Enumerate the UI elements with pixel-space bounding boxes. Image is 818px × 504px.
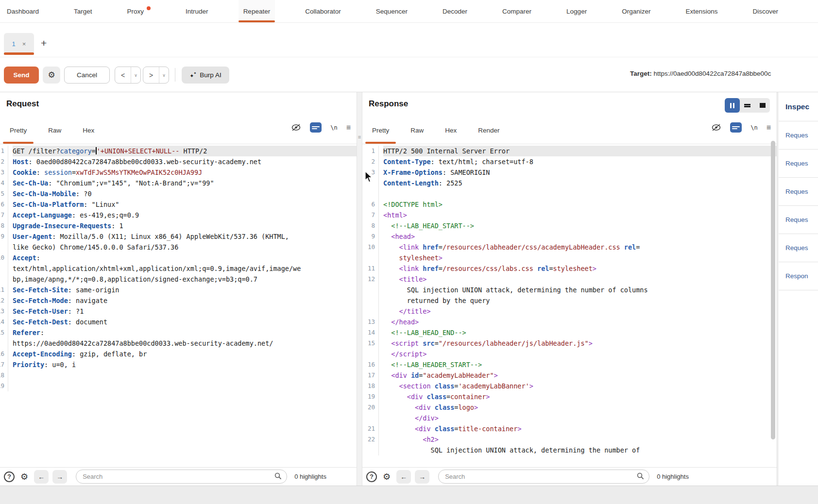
code-line[interactable]: 12 <title>: [362, 274, 777, 285]
code-line[interactable]: </div>: [362, 413, 777, 423]
inspector-section[interactable]: Reques: [779, 234, 818, 262]
request-search-input[interactable]: [76, 470, 287, 484]
code-line[interactable]: 5Sec-Ch-Ua-Mobile: ?0: [0, 188, 357, 199]
rows-layout-icon[interactable]: [740, 98, 755, 113]
tab-proxy[interactable]: Proxy: [127, 0, 151, 22]
forward-button[interactable]: >: [143, 67, 159, 83]
cancel-button[interactable]: Cancel: [64, 67, 110, 84]
request-editor[interactable]: 1GET /filter?category='+UNION+SELECT+NUL…: [0, 145, 357, 467]
inspector-section[interactable]: Reques: [779, 178, 818, 206]
soft-wrap-icon[interactable]: [730, 122, 742, 133]
repeater-session-tab[interactable]: 1 ×: [4, 33, 34, 55]
single-layout-icon[interactable]: [755, 98, 770, 113]
response-editor[interactable]: 1HTTP/2 500 Internal Server Error2Conten…: [362, 145, 777, 467]
code-line[interactable]: bp,image/apng,*/*;q=0.8,application/sign…: [0, 274, 357, 285]
code-line[interactable]: 20 <div class=logo>: [362, 402, 777, 413]
tab-collaborator[interactable]: Collaborator: [305, 0, 341, 22]
code-line[interactable]: [362, 188, 777, 199]
response-search-input[interactable]: [438, 470, 649, 484]
burp-ai-button[interactable]: ✦✦ Burp AI: [182, 67, 229, 84]
tab-comparer[interactable]: Comparer: [502, 0, 531, 22]
code-line[interactable]: 15Referer:: [0, 327, 357, 338]
code-line[interactable]: like Gecko) Chrome/145.0.0.0 Safari/537.…: [0, 242, 357, 252]
tab-target[interactable]: Target: [74, 0, 92, 22]
code-line[interactable]: 7Accept-Language: es-419,es;q=0.9: [0, 210, 357, 220]
code-line[interactable]: stylesheet>: [362, 252, 777, 263]
code-line[interactable]: 10 <link href=/resources/labheader/css/a…: [362, 242, 777, 252]
code-line[interactable]: 6<!DOCTYPE html>: [362, 199, 777, 210]
inspector-section[interactable]: Reques: [779, 206, 818, 234]
code-line[interactable]: </script>: [362, 349, 777, 359]
search-settings-gear-icon[interactable]: ⚙: [383, 471, 391, 482]
code-line[interactable]: 15 <script src="/resources/labheader/js/…: [362, 338, 777, 349]
close-tab-icon[interactable]: ×: [22, 40, 26, 48]
forward-dropdown-chevron-icon[interactable]: ∨: [159, 67, 169, 83]
view-tab-pretty[interactable]: Pretty: [369, 117, 392, 144]
view-tab-render[interactable]: Render: [475, 117, 502, 144]
code-line[interactable]: 13Sec-Fetch-User: ?1: [0, 306, 357, 317]
code-line[interactable]: 19: [0, 381, 357, 391]
next-match-button[interactable]: →: [52, 470, 67, 484]
code-line[interactable]: 16 <!--LAB_HEADER_START-->: [362, 359, 777, 370]
add-tab-button[interactable]: +: [41, 37, 47, 49]
next-match-button[interactable]: →: [415, 470, 429, 484]
code-line[interactable]: </title>: [362, 306, 777, 317]
back-button[interactable]: <: [115, 67, 131, 83]
show-newlines-icon[interactable]: \n: [750, 124, 757, 131]
send-button[interactable]: Send: [4, 67, 39, 84]
code-line[interactable]: 14Sec-Fetch-Dest: document: [0, 317, 357, 327]
tab-logger[interactable]: Logger: [566, 0, 587, 22]
response-scrollbar-thumb[interactable]: [771, 141, 775, 439]
code-line[interactable]: 22 <h2>: [362, 434, 777, 445]
code-line[interactable]: 7<html>: [362, 210, 777, 220]
send-settings-gear-icon[interactable]: ⚙: [43, 67, 60, 84]
code-line[interactable]: SQL injection UNION attack, determining …: [362, 445, 777, 455]
view-tab-raw[interactable]: Raw: [408, 117, 426, 144]
code-line[interactable]: https://0aed00d80422ca72847a8bbe00cd0033…: [0, 338, 357, 349]
editor-menu-icon[interactable]: ≡: [346, 123, 351, 132]
code-line[interactable]: 1HTTP/2 500 Internal Server Error: [362, 146, 777, 156]
code-line[interactable]: 16Accept-Encoding: gzip, deflate, br: [0, 349, 357, 359]
pause-layout-icon[interactable]: [725, 98, 740, 113]
hide-highlight-eye-slash-icon[interactable]: [291, 123, 301, 132]
previous-match-button[interactable]: ←: [34, 470, 49, 484]
tab-discover[interactable]: Discover: [752, 0, 778, 22]
code-line[interactable]: 3X-Frame-Options: SAMEORIGIN: [362, 167, 777, 178]
show-newlines-icon[interactable]: \n: [330, 124, 337, 131]
tab-repeater[interactable]: Repeater: [239, 0, 275, 22]
code-line[interactable]: 18: [0, 370, 357, 381]
code-line[interactable]: 12Sec-Fetch-Mode: navigate: [0, 295, 357, 306]
tab-dashboard[interactable]: Dashboard: [7, 0, 39, 22]
code-line[interactable]: 18 <section class='academyLabBanner'>: [362, 381, 777, 391]
code-line[interactable]: Content-Length: 2525: [362, 178, 777, 188]
code-line[interactable]: 4Sec-Ch-Ua: "Chromium";v="145", "Not:A-B…: [0, 178, 357, 188]
view-tab-raw[interactable]: Raw: [45, 117, 64, 144]
code-line[interactable]: 11Sec-Fetch-Site: same-origin: [0, 285, 357, 295]
code-line[interactable]: 11 <link href=/resources/css/labs.css re…: [362, 263, 777, 274]
code-line[interactable]: text/html,application/xhtml+xml,applicat…: [0, 263, 357, 274]
code-line[interactable]: 21 <div class=title-container>: [362, 423, 777, 434]
soft-wrap-icon[interactable]: [310, 122, 322, 133]
tab-extensions[interactable]: Extensions: [685, 0, 717, 22]
help-icon[interactable]: ?: [4, 471, 15, 482]
hide-highlight-eye-slash-icon[interactable]: [711, 123, 721, 132]
inspector-section[interactable]: Reques: [779, 150, 818, 178]
code-line[interactable]: 9 <head>: [362, 231, 777, 242]
view-tab-hex[interactable]: Hex: [442, 117, 460, 144]
code-line[interactable]: 1GET /filter?category='+UNION+SELECT+NUL…: [0, 146, 357, 156]
inspector-section[interactable]: Reques: [779, 121, 818, 150]
code-line[interactable]: 9User-Agent: Mozilla/5.0 (X11; Linux x86…: [0, 231, 357, 242]
inspector-section[interactable]: Respon: [779, 262, 818, 290]
search-settings-gear-icon[interactable]: ⚙: [20, 471, 28, 482]
code-line[interactable]: SQL injection UNION attack, determining …: [362, 285, 777, 295]
code-line[interactable]: 14 <!--LAB_HEAD_END-->: [362, 327, 777, 338]
code-line[interactable]: 2Content-Type: text/html; charset=utf-8: [362, 156, 777, 167]
code-line[interactable]: 13 </head>: [362, 317, 777, 327]
editor-menu-icon[interactable]: ≡: [767, 123, 771, 132]
tab-decoder[interactable]: Decoder: [443, 0, 467, 22]
view-tab-hex[interactable]: Hex: [80, 117, 97, 144]
code-line[interactable]: 8Upgrade-Insecure-Requests: 1: [0, 220, 357, 231]
code-line[interactable]: 10Accept:: [0, 252, 357, 263]
code-line[interactable]: 19 <div class=container>: [362, 391, 777, 402]
help-icon[interactable]: ?: [366, 471, 377, 482]
